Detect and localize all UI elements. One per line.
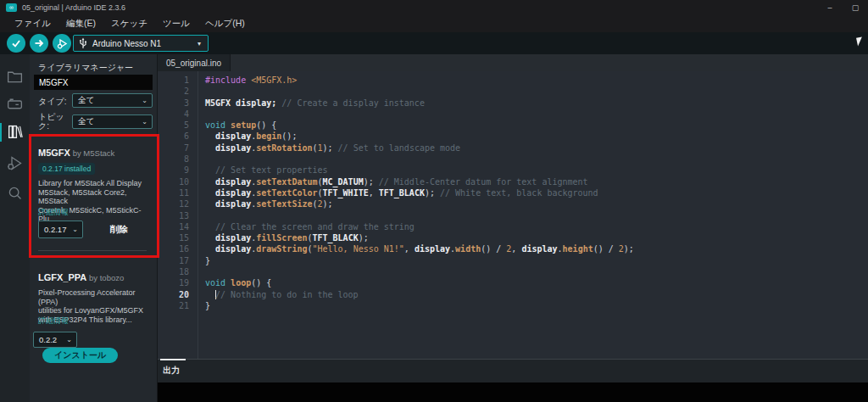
type-label: タイプ:: [38, 96, 66, 108]
code-editor[interactable]: 123456789101112131415161718192021 #inclu…: [158, 71, 868, 359]
menu-help[interactable]: ヘルプ(H): [198, 15, 253, 32]
output-console[interactable]: [158, 382, 868, 402]
code-line-4: [205, 109, 868, 120]
version-select-lgfx[interactable]: 0.2.2⌄: [33, 332, 77, 348]
tab-05-original-ino[interactable]: 05_original.ino: [158, 54, 231, 71]
code-line-21: }: [205, 300, 868, 311]
editor-tab-bar: 05_original.ino: [158, 54, 868, 71]
sidebar-item-sketchbook[interactable]: [6, 68, 24, 86]
code-line-10: display.setTextDatum(MC_DATUM); // Middl…: [205, 176, 868, 187]
code-line-11: display.setTextColor(TFT_WHITE, TFT_BLAC…: [205, 187, 868, 198]
board-selector[interactable]: Arduino Nesso N1 ▾: [73, 35, 209, 52]
library-title: LGFX_PPA by tobozo: [38, 272, 124, 282]
editor-area: 05_original.ino 123456789101112131415161…: [157, 54, 868, 402]
toolbar: Arduino Nesso N1 ▾: [0, 32, 868, 54]
annotation-highlight-rectangle: [29, 134, 159, 258]
code-line-16: display.drawString("Hello, Nesso N1!", d…: [205, 243, 868, 254]
verify-button[interactable]: [7, 34, 25, 53]
code-line-12: display.setTextSize(2);: [205, 198, 868, 209]
check-icon: [11, 38, 21, 48]
code-line-14: // Clear the screen and draw the string: [205, 221, 868, 232]
line-numbers: 123456789101112131415161718192021: [158, 71, 198, 359]
code-line-18: [205, 266, 868, 277]
menu-sketch[interactable]: スケッチ: [103, 15, 155, 32]
debug-icon: [57, 38, 68, 49]
panel-title: ライブラリマネージャー: [38, 62, 133, 74]
menu-edit[interactable]: 編集(E): [58, 15, 103, 32]
tab-output[interactable]: 出力: [163, 365, 180, 377]
type-select[interactable]: 全て⌄: [72, 93, 153, 108]
library-search-input[interactable]: [34, 75, 153, 90]
bottom-panel: 出力: [158, 359, 868, 402]
debug-button[interactable]: [53, 34, 71, 53]
sidebar-item-boards-manager[interactable]: [6, 95, 24, 113]
menu-file[interactable]: ファイル: [7, 15, 58, 32]
code-line-2: [205, 86, 868, 97]
arrow-right-icon: [34, 38, 44, 48]
arduino-logo-icon: ∞: [6, 3, 17, 12]
sidebar-item-debug[interactable]: [6, 154, 24, 172]
chevron-down-icon: ▾: [198, 40, 201, 47]
topic-label: トピック:: [38, 112, 72, 131]
menu-bar: ファイル 編集(E) スケッチ ツール ヘルプ(H): [0, 15, 868, 32]
code-line-5: void setup() {: [205, 120, 868, 131]
maximize-button[interactable]: ▢: [843, 0, 868, 15]
usb-icon: [79, 37, 87, 49]
sidebar-item-search[interactable]: [6, 184, 24, 202]
window-title: 05_original | Arduino IDE 2.3.6: [22, 3, 125, 12]
active-view-indicator: [0, 123, 2, 142]
title-bar: ∞ 05_original | Arduino IDE 2.3.6 – ▢: [0, 0, 868, 15]
code-line-8: [205, 154, 868, 165]
code-content[interactable]: #include <M5GFX.h>M5GFX display; // Crea…: [198, 71, 868, 359]
activity-bar: [0, 54, 30, 402]
code-line-15: display.fillScreen(TFT_BLACK);: [205, 232, 868, 243]
active-tab-underline: [160, 359, 186, 360]
code-line-7: display.setRotation(1); // Set to landsc…: [205, 142, 868, 154]
chevron-down-icon: ⌄: [142, 97, 147, 104]
code-line-1: #include <M5GFX.h>: [205, 75, 868, 86]
minimize-button[interactable]: –: [817, 0, 843, 15]
board-name: Arduino Nesso N1: [92, 39, 161, 48]
topic-select[interactable]: 全て⌄: [72, 114, 153, 129]
menu-tools[interactable]: ツール: [155, 15, 198, 32]
code-line-20: // Nothing to do in the loop: [205, 289, 868, 300]
upload-button[interactable]: [30, 34, 48, 53]
arduino-ide-window: ∞ 05_original | Arduino IDE 2.3.6 – ▢ ファ…: [0, 0, 868, 402]
chevron-down-icon: ⌄: [142, 118, 147, 126]
code-line-3: M5GFX display; // Create a display insta…: [205, 98, 868, 109]
code-line-13: [205, 210, 868, 221]
code-line-17: }: [205, 255, 868, 266]
code-line-9: // Set text properties: [205, 165, 868, 176]
code-line-6: display.begin();: [205, 131, 868, 142]
install-button[interactable]: インストール: [42, 348, 118, 363]
sidebar-item-library-manager[interactable]: [6, 122, 24, 140]
code-line-19: void loop() {: [205, 277, 868, 288]
chevron-down-icon: ⌄: [66, 336, 72, 343]
more-info-link[interactable]: 詳細情報: [38, 315, 69, 327]
